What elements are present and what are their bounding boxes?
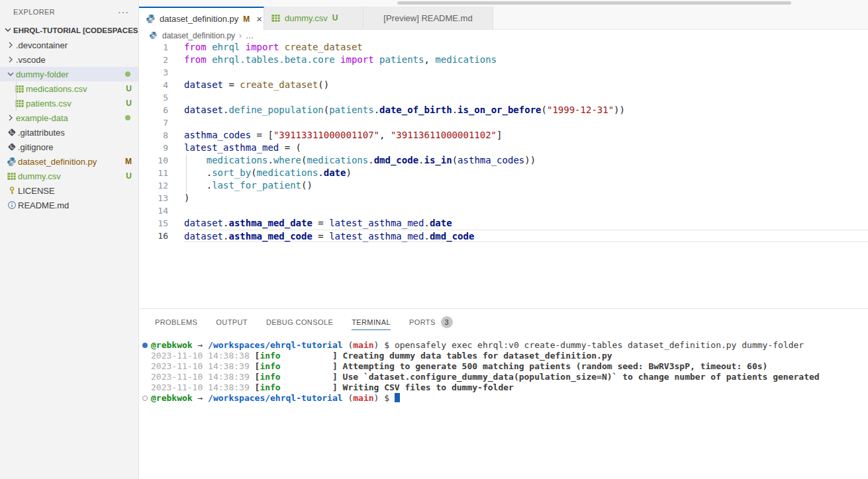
tree-item-dummy-folder[interactable]: dummy-folder [0, 67, 138, 81]
code-editor[interactable]: 1from ehrql import create_dataset2from e… [139, 41, 868, 308]
token: dmd_code [374, 155, 418, 165]
tab-readme-preview[interactable]: [Preview] README.md [363, 7, 493, 29]
code-line-1[interactable]: 1from ehrql import create_dataset [139, 41, 868, 54]
more-actions-icon[interactable]: ··· [118, 7, 129, 17]
command-success-decoration-icon[interactable] [142, 343, 148, 348]
python-icon [149, 31, 158, 40]
file-label: .gitattributes [18, 128, 138, 138]
token: medications [207, 155, 268, 165]
file-tree: .devcontainer.vscodedummy-foldermedicati… [0, 38, 138, 212]
code-content[interactable]: dataset = create_dataset() [184, 79, 868, 91]
code-content[interactable] [184, 66, 868, 79]
chevron-down-icon [5, 69, 16, 79]
terminal-token: /workspaces/ehrql-tutorial [208, 393, 343, 403]
code-line-4[interactable]: 4dataset = create_dataset() [139, 79, 868, 91]
code-line-13[interactable]: 13) [139, 192, 868, 204]
terminal-area[interactable]: @rebkwok → /workspaces/ehrql-tutorial (m… [139, 340, 868, 479]
python-icon [149, 31, 158, 40]
tree-item--gitattributes[interactable]: .gitattributes [0, 125, 138, 140]
prompt-decoration-icon[interactable] [142, 396, 148, 401]
code-line-5[interactable]: 5 [139, 91, 868, 104]
token: dataset [184, 218, 223, 228]
tree-item-example-data[interactable]: example-data [0, 110, 138, 125]
explorer-header: EXPLORER ··· [0, 0, 138, 23]
code-line-12[interactable]: 12 .last_for_patient() [139, 179, 868, 192]
tree-item-dataset-definition-py[interactable]: dataset_definition.pyM [0, 154, 138, 169]
panel-tab-label: PORTS [409, 318, 436, 326]
workspace-root-row[interactable]: EHRQL-TUTORIAL [CODESPACES:... [0, 23, 138, 38]
tabbar-top-strip [139, 0, 868, 7]
chevron-right-icon [5, 112, 16, 123]
tree-item-dummy-csv[interactable]: dummy.csvU [0, 169, 138, 183]
code-content[interactable]: from ehrql.tables.beta.core import patie… [184, 54, 868, 66]
line-number: 14 [139, 204, 168, 217]
code-content[interactable]: .last_for_patient() [184, 179, 868, 192]
breadcrumb-rest[interactable]: … [246, 31, 254, 40]
code-line-16[interactable]: 16dataset.asthma_med_code = latest_asthm… [139, 230, 868, 242]
token [240, 42, 245, 52]
line-number: 13 [139, 192, 168, 204]
tab-dataset-definition[interactable]: dataset_definition.py M × [139, 7, 264, 30]
tree-item-readme-md[interactable]: README.md [0, 198, 138, 212]
panel-tab-terminal[interactable]: TERMINAL [352, 309, 391, 335]
breadcrumb-file[interactable]: dataset_definition.py [162, 31, 235, 40]
token: asthma_codes [458, 155, 524, 165]
code-content[interactable] [184, 116, 868, 129]
panel-tab-problems[interactable]: PROBLEMS [155, 309, 197, 335]
tree-item-medications-csv[interactable]: medications.csvU [0, 81, 138, 96]
tab-scrollbar[interactable] [397, 1, 791, 5]
code-line-7[interactable]: 7 [139, 116, 868, 129]
token: import [246, 42, 279, 52]
panel-tab-debug-console[interactable]: DEBUG CONSOLE [266, 309, 333, 335]
code-line-10[interactable]: 10 medications.where(medications.dmd_cod… [139, 154, 868, 167]
tree-item--vscode[interactable]: .vscode [0, 52, 138, 67]
tab-dummy-csv[interactable]: dummy.csv U [264, 7, 363, 29]
csv-icon [13, 84, 26, 94]
breadcrumb[interactable]: dataset_definition.py › … [139, 30, 868, 41]
csv-file-icon [7, 171, 17, 181]
code-line-15[interactable]: 15dataset.asthma_med_date = latest_asthm… [139, 217, 868, 230]
line-number: 2 [139, 54, 168, 66]
code-content[interactable]: dataset.asthma_med_date = latest_asthma_… [184, 217, 868, 230]
code-line-11[interactable]: 11 .sort_by(medications.date) [139, 167, 868, 179]
file-label: dummy.csv [18, 171, 122, 181]
code-content[interactable]: medications.where(medications.dmd_code.i… [184, 154, 868, 167]
code-content[interactable]: latest_asthma_med = ( [184, 142, 868, 154]
tree-item--gitignore[interactable]: .gitignore [0, 140, 138, 154]
csv-icon [5, 171, 18, 181]
token: asthma_codes [184, 130, 251, 140]
line-number: 1 [139, 41, 168, 54]
untracked-badge: U [332, 13, 338, 22]
bottom-panel: PROBLEMSOUTPUTDEBUG CONSOLETERMINALPORTS… [139, 308, 868, 479]
terminal-token: main [353, 340, 373, 350]
tree-item--devcontainer[interactable]: .devcontainer [0, 38, 138, 52]
code-line-3[interactable]: 3 [139, 66, 868, 79]
close-icon[interactable]: × [256, 14, 262, 24]
file-label: patients.csv [26, 99, 122, 109]
code-line-9[interactable]: 9latest_asthma_med = ( [139, 142, 868, 154]
code-content[interactable]: ) [184, 192, 868, 204]
code-content[interactable]: asthma_codes = ["39113311000001107", "39… [184, 129, 868, 142]
code-line-2[interactable]: 2from ehrql.tables.beta.core import pati… [139, 54, 868, 66]
code-line-8[interactable]: 8asthma_codes = ["39113311000001107", "3… [139, 129, 868, 142]
workspace-root-label: EHRQL-TUTORIAL [CODESPACES:... [13, 26, 138, 34]
panel-tab-output[interactable]: OUTPUT [216, 309, 248, 335]
code-content[interactable] [184, 91, 868, 104]
token [207, 42, 212, 52]
code-content[interactable]: dataset.define_population(patients.date_… [184, 104, 868, 116]
code-content[interactable]: dataset.asthma_med_code = latest_asthma_… [184, 230, 868, 242]
token: ( [542, 105, 547, 115]
code-line-14[interactable]: 14 [139, 204, 868, 217]
panel-tab-ports[interactable]: PORTS3 [409, 309, 453, 335]
token: sort_by [212, 167, 251, 178]
token: create_dataset [240, 79, 318, 90]
code-content[interactable]: .sort_by(medications.date) [184, 167, 868, 179]
code-line-6[interactable]: 6dataset.define_population(patients.date… [139, 104, 868, 116]
csv-file-icon [15, 84, 24, 94]
line-number: 5 [139, 91, 168, 104]
tree-item-license[interactable]: LICENSE [0, 183, 138, 198]
tree-item-patients-csv[interactable]: patients.csvU [0, 96, 138, 110]
csv-file-icon [271, 13, 281, 23]
code-content[interactable]: from ehrql import create_dataset [184, 41, 868, 54]
code-content[interactable] [184, 204, 868, 217]
